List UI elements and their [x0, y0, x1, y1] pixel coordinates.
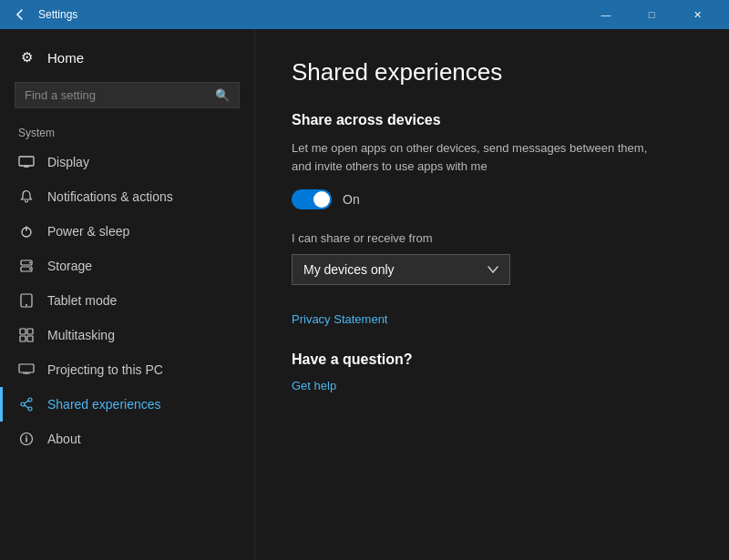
display-icon: [18, 154, 35, 170]
about-icon: [18, 431, 35, 447]
maximize-button[interactable]: □: [631, 0, 673, 29]
window-title: Settings: [38, 8, 77, 21]
svg-rect-13: [27, 336, 33, 341]
sidebar-item-storage[interactable]: Storage: [0, 249, 254, 283]
search-icon: 🔍: [215, 88, 230, 102]
toggle-state-label: On: [343, 192, 360, 207]
projecting-label: Projecting to this PC: [47, 362, 163, 377]
svg-point-15: [28, 398, 32, 402]
page-title: Shared experiences: [292, 58, 693, 87]
svg-rect-14: [19, 364, 34, 372]
notifications-label: Notifications & actions: [47, 189, 173, 204]
storage-icon: [18, 258, 35, 274]
sidebar-item-notifications[interactable]: Notifications & actions: [0, 179, 254, 214]
section1-title: Share across devices: [292, 112, 693, 128]
sidebar-item-display[interactable]: Display: [0, 145, 254, 179]
power-icon: [18, 223, 35, 239]
tablet-icon: [18, 292, 35, 309]
svg-rect-12: [20, 336, 26, 341]
home-icon: ⚙: [18, 49, 35, 66]
search-input[interactable]: [25, 88, 208, 102]
search-box[interactable]: 🔍: [15, 82, 240, 108]
about-label: About: [47, 432, 81, 446]
sidebar-item-shared[interactable]: Shared experiences: [0, 387, 254, 422]
sidebar-item-power[interactable]: Power & sleep: [0, 214, 254, 249]
svg-point-22: [26, 435, 27, 437]
shared-experiences-toggle[interactable]: [292, 189, 332, 209]
sidebar-item-tablet[interactable]: Tablet mode: [0, 283, 254, 318]
svg-point-6: [29, 262, 31, 264]
system-section-label: System: [0, 119, 254, 145]
toggle-row: On: [292, 189, 693, 209]
share-dropdown[interactable]: My devices only: [292, 254, 510, 285]
title-bar: Settings — □ ✕: [0, 0, 729, 29]
svg-point-17: [28, 407, 32, 411]
projecting-icon: [18, 361, 35, 378]
power-label: Power & sleep: [47, 224, 129, 239]
back-button[interactable]: [11, 5, 29, 24]
svg-point-9: [26, 304, 27, 306]
display-label: Display: [47, 155, 89, 169]
share-from-label: I can share or receive from: [292, 231, 693, 245]
close-button[interactable]: ✕: [676, 0, 718, 29]
svg-point-7: [29, 269, 31, 270]
sidebar-item-projecting[interactable]: Projecting to this PC: [0, 352, 254, 387]
notifications-icon: [18, 188, 35, 205]
svg-point-16: [21, 402, 25, 406]
window-controls: — □ ✕: [585, 0, 718, 29]
sidebar: ⚙ Home 🔍 System Display Notifications & …: [0, 29, 255, 560]
get-help-link[interactable]: Get help: [292, 379, 336, 392]
multitasking-label: Multitasking: [47, 328, 115, 342]
multitasking-icon: [18, 327, 35, 343]
app-body: ⚙ Home 🔍 System Display Notifications & …: [0, 29, 729, 560]
sidebar-item-home[interactable]: ⚙ Home: [0, 40, 254, 75]
content-area: Shared experiences Share across devices …: [255, 29, 729, 560]
sidebar-item-multitasking[interactable]: Multitasking: [0, 318, 254, 352]
svg-line-18: [25, 401, 28, 403]
sidebar-item-about[interactable]: About: [0, 422, 254, 456]
svg-line-19: [25, 405, 28, 408]
svg-rect-11: [27, 329, 33, 334]
chevron-down-icon: [488, 266, 498, 273]
description-text: Let me open apps on other devices, send …: [292, 139, 656, 175]
svg-rect-10: [20, 329, 26, 334]
storage-label: Storage: [47, 259, 92, 273]
dropdown-value: My devices only: [303, 262, 395, 277]
tablet-label: Tablet mode: [47, 293, 117, 308]
privacy-statement-link[interactable]: Privacy Statement: [292, 312, 388, 326]
minimize-button[interactable]: —: [585, 0, 627, 29]
svg-rect-0: [19, 157, 34, 166]
shared-label: Shared experiences: [47, 397, 161, 412]
home-label: Home: [47, 50, 84, 66]
have-a-question-title: Have a question?: [292, 351, 693, 368]
shared-icon: [18, 396, 35, 412]
